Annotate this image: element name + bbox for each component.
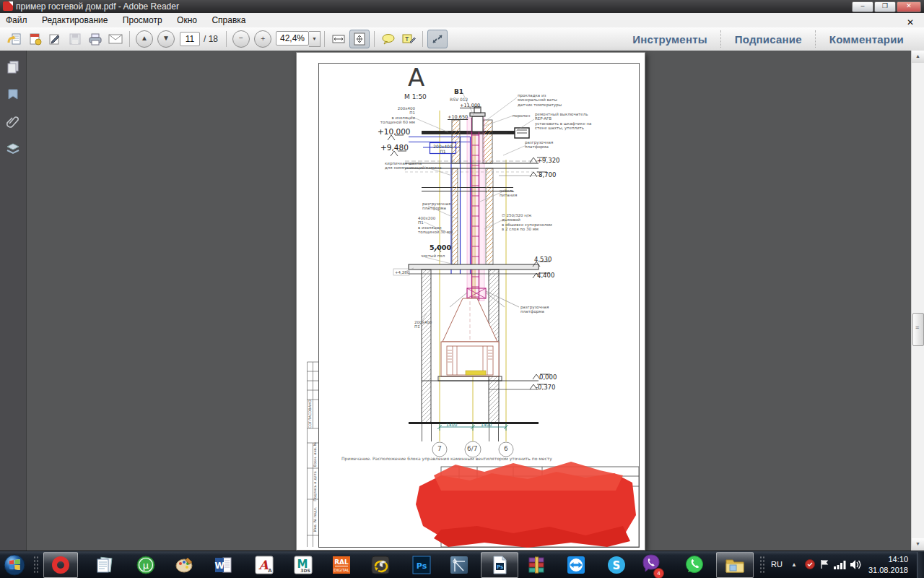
taskbar-psd-file[interactable]: Ps	[481, 552, 518, 578]
drawing-label: Инв. № подл.	[313, 507, 318, 532]
network-signal-icon[interactable]	[833, 560, 846, 573]
taskbar-photoshop[interactable]: Ps	[409, 552, 435, 578]
svg-text:DIGITAL: DIGITAL	[334, 568, 349, 572]
close-button[interactable]: ✕	[897, 1, 921, 12]
taskbar-word[interactable]: W	[211, 552, 237, 578]
drawing-label: 200x400 П1 в изоляции толщиной 60 мм	[378, 106, 415, 125]
drawing-label: -0,370	[536, 384, 555, 391]
tray-date: 31.08.2018	[858, 565, 908, 576]
antivirus-tray-icon[interactable]	[804, 558, 816, 573]
page-number-input[interactable]: 11	[180, 32, 200, 46]
drawing-label: М 1:50	[404, 93, 427, 101]
drawing-label: RSV 012	[450, 97, 468, 102]
zoom-out-button[interactable]: −	[232, 30, 250, 48]
title-bar: пример гостевой дом.pdf - Adobe Reader –…	[0, 0, 924, 13]
taskbar-whatsapp[interactable]	[681, 552, 707, 578]
page-thumbnails-icon[interactable]	[5, 59, 21, 75]
minimize-button[interactable]: –	[852, 1, 873, 12]
taskbar-3dsmax[interactable]: M3DS	[290, 552, 316, 578]
svg-text:W: W	[214, 561, 224, 571]
scroll-down-icon[interactable]: ▼	[912, 538, 924, 551]
previous-page-button[interactable]: ▲	[136, 30, 153, 48]
maximize-button[interactable]: ❐	[874, 1, 896, 12]
drawing-label: 1400	[446, 422, 457, 427]
zoom-level-input[interactable]: 42,4%	[276, 31, 309, 46]
drawing-label: +9,320	[537, 157, 559, 164]
fullscreen-icon[interactable]	[427, 30, 448, 48]
tray-clock[interactable]: 14:10 31.08.2018	[858, 554, 908, 576]
comment-bubble-icon[interactable]	[379, 30, 398, 48]
drawing-label: прокладка из минеральной ваты датчик тем…	[518, 93, 562, 107]
taskbar-explorer[interactable]	[716, 552, 754, 578]
open-button[interactable]	[5, 30, 24, 48]
menu-help[interactable]: Справка	[206, 13, 251, 27]
start-button[interactable]	[1, 552, 27, 578]
taskbar-paint[interactable]	[172, 552, 198, 578]
drawing-label: разгрузочная платформа	[525, 140, 553, 150]
layers-icon[interactable]	[5, 142, 21, 158]
drawing-label: 6/7	[467, 445, 477, 453]
drawing-label: разгрузочная платформа	[520, 305, 549, 314]
comments-panel-button[interactable]: Комментарии	[816, 33, 917, 46]
scroll-up-icon[interactable]: ▲	[912, 51, 924, 63]
taskbar-winrar[interactable]	[524, 552, 550, 578]
scrollbar-thumb[interactable]	[912, 313, 924, 346]
taskbar-autocad[interactable]: AA	[251, 552, 277, 578]
text-highlight-icon[interactable]: T	[399, 30, 418, 48]
drawing-label: +4,280	[395, 270, 409, 275]
svg-text:Ps: Ps	[417, 561, 427, 571]
drawing-label: разгрузочная платформа	[422, 202, 450, 211]
vertical-scrollbar[interactable]: ▲ ▼	[911, 51, 924, 551]
email-button[interactable]	[106, 30, 125, 48]
attachments-icon[interactable]	[5, 114, 21, 130]
drawing-label: В1	[454, 88, 463, 96]
sign-panel-button[interactable]: Подписание	[722, 33, 815, 46]
tray-time: 14:10	[858, 554, 908, 565]
next-page-button[interactable]: ▼	[157, 30, 175, 48]
drawing-label: 5,000	[430, 243, 451, 251]
bookmarks-icon[interactable]	[5, 87, 21, 103]
menu-file[interactable]: Файл	[0, 13, 33, 27]
fit-page-icon[interactable]	[349, 30, 370, 48]
taskbar-utorrent[interactable]: µ	[133, 552, 159, 578]
svg-text:T: T	[405, 35, 409, 43]
taskbar-teamviewer[interactable]	[563, 552, 589, 578]
taskbar-grip	[33, 556, 39, 574]
taskbar-notepad[interactable]	[91, 552, 117, 578]
drawing-label: чистый пол	[421, 254, 445, 258]
drawing-label: +9,480	[380, 143, 409, 152]
zoom-dropdown-arrow-icon[interactable]: ▼	[309, 31, 321, 47]
action-center-flag-icon[interactable]	[819, 558, 830, 573]
fit-width-icon[interactable]	[329, 30, 348, 48]
drawing-label: А	[408, 63, 424, 92]
language-indicator[interactable]: RU	[771, 560, 783, 569]
drawing-label: 4,400	[537, 272, 554, 279]
create-pdf-button[interactable]	[25, 30, 44, 48]
tools-panel-button[interactable]: Инструменты	[619, 33, 720, 46]
window-title: пример гостевой дом.pdf - Adobe Reader	[16, 1, 179, 12]
svg-text:S: S	[613, 559, 621, 572]
menu-edit[interactable]: Редактирование	[36, 13, 113, 27]
show-desktop-button[interactable]	[917, 552, 924, 578]
drawing-labels-layer: АМ 1:50В1RSV 012+11,000+10,650200x400 П1…	[297, 53, 645, 550]
taskbar-ral-digital[interactable]: RALDIGITAL	[328, 552, 354, 578]
drawing-label: Подпись и дата	[313, 471, 318, 501]
menu-view[interactable]: Просмотр	[117, 13, 168, 27]
save-button[interactable]	[66, 30, 84, 48]
svg-text:µ: µ	[143, 560, 149, 571]
taskbar-cad-drafting[interactable]	[446, 552, 472, 578]
taskbar-viber[interactable]: 4	[638, 552, 664, 578]
taskbar-sketchup[interactable]	[367, 552, 393, 578]
sign-button[interactable]	[45, 30, 64, 48]
hidden-icons-arrow-icon[interactable]: ▲	[791, 561, 797, 568]
viber-notification-badge: 4	[653, 568, 664, 578]
drawing-label: 0,000	[539, 374, 557, 381]
taskbar-opera[interactable]	[43, 552, 78, 578]
zoom-in-button[interactable]: ＋	[254, 30, 271, 48]
taskbar-skype[interactable]: S	[603, 552, 629, 578]
drawing-label: ремонтный выключатель REP-AFB установить…	[535, 112, 592, 131]
taskbar: µ W AA M3DS RALDIGITAL Ps Ps	[0, 551, 924, 578]
drawing-label: 7	[437, 445, 442, 453]
menu-window[interactable]: Окно	[171, 13, 203, 27]
print-button[interactable]	[86, 30, 105, 48]
